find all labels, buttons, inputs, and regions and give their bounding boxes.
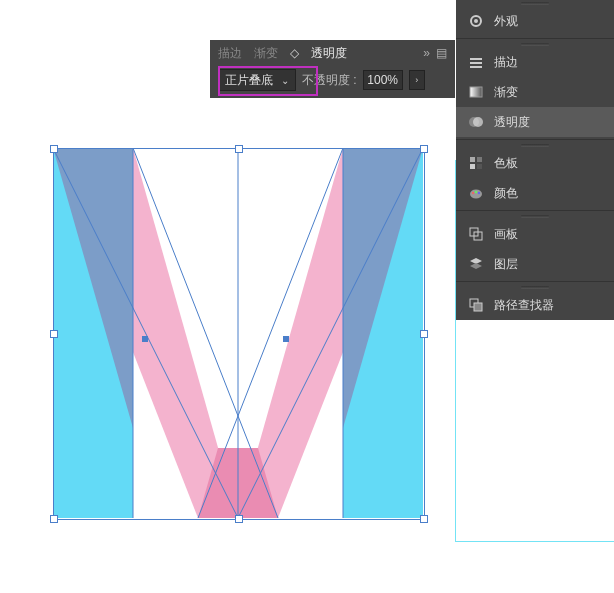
sidebar-item-swatches[interactable]: 色板 — [456, 148, 614, 178]
svg-rect-24 — [470, 164, 475, 169]
svg-point-27 — [472, 192, 474, 194]
panel-more[interactable]: » — [423, 46, 430, 60]
blend-mode-value: 正片叠底 — [225, 72, 273, 89]
sidebar-item-label: 渐变 — [494, 84, 518, 101]
opacity-stepper[interactable]: › — [409, 70, 425, 90]
sidebar-item-label: 色板 — [494, 155, 518, 172]
sidebar-item-label: 路径查找器 — [494, 297, 554, 314]
sidebar-item-layers[interactable]: 图层 — [456, 249, 614, 279]
sidebar-item-label: 描边 — [494, 54, 518, 71]
blend-mode-select[interactable]: 正片叠底 ⌄ — [218, 69, 296, 91]
sidebar-item-label: 画板 — [494, 226, 518, 243]
sidebar-item-artboards[interactable]: 画板 — [456, 219, 614, 249]
anchor-point[interactable] — [283, 336, 289, 342]
sidebar-item-pathfinder[interactable]: 路径查找器 — [456, 290, 614, 320]
svg-point-29 — [478, 192, 480, 194]
sidebar-item-appearance[interactable]: 外观 — [456, 6, 614, 36]
tab-transparency[interactable]: 透明度 — [311, 45, 347, 62]
sidebar-item-transparency[interactable]: 透明度 — [456, 107, 614, 137]
sidebar-item-stroke[interactable]: 描边 — [456, 47, 614, 77]
opacity-input[interactable]: 100% — [363, 70, 403, 90]
color-icon — [468, 185, 484, 201]
transparency-icon — [468, 114, 484, 130]
sidebar-item-label: 外观 — [494, 13, 518, 30]
canvas-area[interactable]: 描边 渐变 ◇ 透明度 » ▤ 正片叠底 ⌄ 不透明度 : 100% › 外观 — [0, 0, 614, 593]
layers-icon — [468, 256, 484, 272]
appearance-icon — [468, 13, 484, 29]
opacity-label: 不透明度 : — [302, 72, 357, 89]
chevron-down-icon: ⌄ — [281, 75, 289, 86]
transparency-panel: 描边 渐变 ◇ 透明度 » ▤ 正片叠底 ⌄ 不透明度 : 100% › — [210, 40, 455, 98]
svg-rect-22 — [470, 157, 475, 162]
svg-point-15 — [474, 19, 478, 23]
sidebar-item-label: 透明度 — [494, 114, 530, 131]
pathfinder-icon — [468, 297, 484, 313]
stroke-icon — [468, 54, 484, 70]
svg-rect-35 — [474, 303, 482, 311]
swatches-icon — [468, 155, 484, 171]
tab-stroke[interactable]: 描边 — [218, 45, 242, 62]
sidebar-item-gradient[interactable]: 渐变 — [456, 77, 614, 107]
sidebar-item-color[interactable]: 颜色 — [456, 178, 614, 208]
sidebar-item-label: 颜色 — [494, 185, 518, 202]
svg-rect-23 — [477, 157, 482, 162]
anchor-point[interactable] — [142, 336, 148, 342]
sidebar-item-label: 图层 — [494, 256, 518, 273]
right-dock: 外观 描边 渐变 透明度 色板 颜色 画板 — [456, 0, 614, 320]
gradient-icon — [468, 84, 484, 100]
svg-rect-19 — [470, 87, 482, 97]
svg-point-21 — [473, 117, 483, 127]
svg-marker-33 — [470, 263, 482, 269]
panel-menu-icon[interactable]: ▤ — [436, 46, 447, 60]
svg-rect-25 — [477, 164, 482, 169]
m-shape-artwork[interactable] — [53, 148, 423, 518]
svg-point-28 — [475, 191, 477, 193]
artboards-icon — [468, 226, 484, 242]
tab-gradient[interactable]: 渐变 — [254, 45, 278, 62]
